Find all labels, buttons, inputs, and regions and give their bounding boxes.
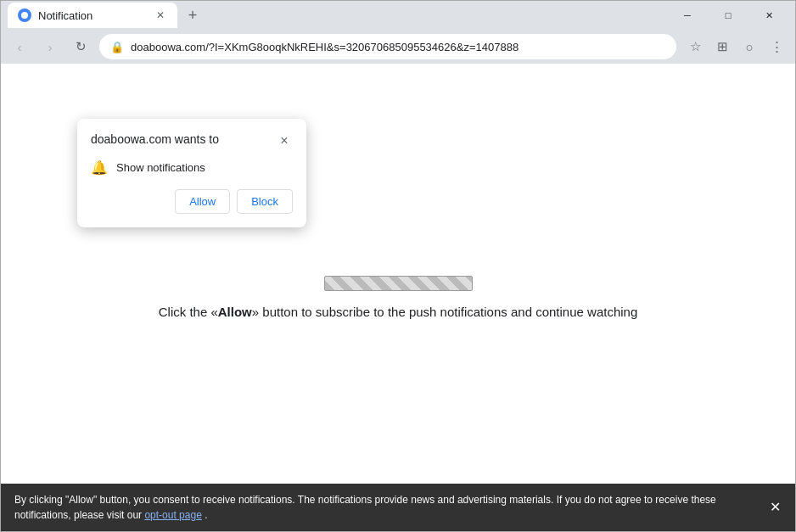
window-close-button[interactable]: ✕ <box>749 1 788 30</box>
tab-favicon <box>18 8 31 22</box>
banner-close-button[interactable]: ✕ <box>765 497 785 518</box>
popup-header: doaboowa.com wants to × <box>91 132 293 149</box>
popup-title: doaboowa.com wants to <box>91 132 219 146</box>
block-button[interactable]: Block <box>237 189 293 214</box>
account-button[interactable]: ○ <box>737 35 761 59</box>
instruction-prefix: Click the « <box>159 305 218 319</box>
lock-icon: 🔒 <box>110 41 124 53</box>
loading-bar <box>324 276 473 291</box>
address-bar: ‹ › ↻ 🔒 doaboowa.com/?I=XKmG8ooqkNkREHI&… <box>1 30 795 64</box>
bottom-banner: By clicking "Allow" button, you consent … <box>1 484 795 531</box>
toolbar-icons: ☆ ⊞ ○ ⋮ <box>683 35 788 59</box>
banner-text-suffix: please visit our <box>74 509 144 521</box>
browser-window: Notification ✕ + ─ □ ✕ ‹ › ↻ 🔒 doaboowa.… <box>0 0 796 532</box>
menu-button[interactable]: ⋮ <box>765 35 788 59</box>
bookmark-button[interactable]: ☆ <box>683 35 707 59</box>
url-text: doaboowa.com/?I=XKmG8ooqkNkREHI&s=320670… <box>131 41 665 53</box>
instruction-allow: Allow <box>218 305 252 319</box>
popup-permission: 🔔 Show notifications <box>91 160 293 176</box>
bell-icon: 🔔 <box>91 160 108 176</box>
allow-button[interactable]: Allow <box>175 189 230 214</box>
page-center: Click the «Allow» button to subscribe to… <box>159 276 638 319</box>
banner-text-end: . <box>205 509 207 521</box>
instruction-suffix: » button to subscribe to the push notifi… <box>252 305 637 319</box>
new-tab-button[interactable]: + <box>181 3 205 27</box>
tab-close-button[interactable]: ✕ <box>154 8 167 22</box>
maximize-button[interactable]: □ <box>709 1 748 30</box>
minimize-button[interactable]: ─ <box>668 1 707 30</box>
loading-bar-container <box>324 276 473 293</box>
forward-button[interactable]: › <box>38 35 62 59</box>
notification-popup: doaboowa.com wants to × 🔔 Show notificat… <box>77 119 306 227</box>
browser-tab[interactable]: Notification ✕ <box>8 3 177 28</box>
popup-buttons: Allow Block <box>91 189 293 214</box>
page-instruction: Click the «Allow» button to subscribe to… <box>159 305 638 319</box>
page-content: doaboowa.com wants to × 🔔 Show notificat… <box>1 64 795 531</box>
title-bar: Notification ✕ + ─ □ ✕ <box>1 1 795 30</box>
window-controls: ─ □ ✕ <box>668 1 788 30</box>
permission-text: Show notifications <box>116 161 205 174</box>
opt-out-link[interactable]: opt-out page <box>144 509 201 521</box>
popup-close-button[interactable]: × <box>276 132 293 149</box>
tab-title: Notification <box>38 9 92 22</box>
extensions-button[interactable]: ⊞ <box>710 35 734 59</box>
back-button[interactable]: ‹ <box>8 35 31 59</box>
refresh-button[interactable]: ↻ <box>69 35 92 59</box>
url-bar[interactable]: 🔒 doaboowa.com/?I=XKmG8ooqkNkREHI&s=3206… <box>99 34 676 59</box>
